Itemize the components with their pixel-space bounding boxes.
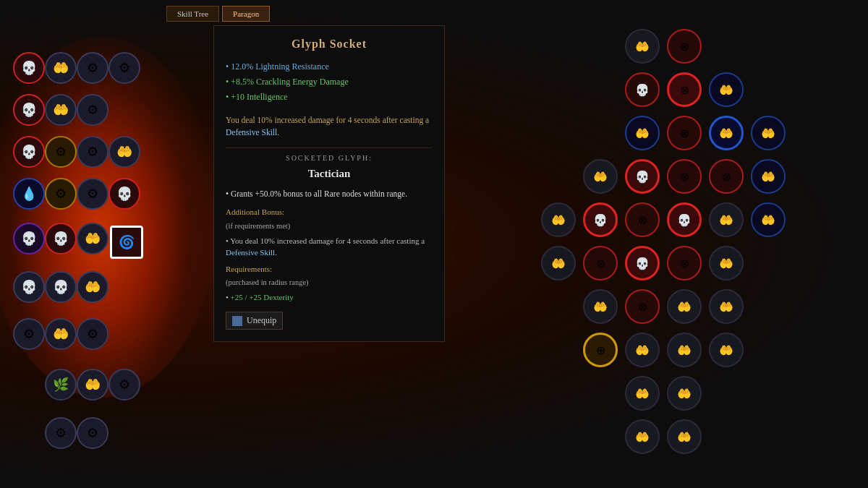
left-skill-tree: 💀 🤲 ⚙ ⚙ 💀 🤲 ⚙ 💀 ⚙ ⚙ 🤲 💧 ⚙ ⚙ 💀 💀 💀 🤲 🌀 💀 … xyxy=(0,0,217,488)
grid-node[interactable]: 🤲 xyxy=(625,29,660,64)
keyword-defensive-2: Defensive Skill xyxy=(226,248,275,257)
grid-node[interactable]: 🤲 xyxy=(709,246,744,281)
grid-node[interactable]: 🤲 xyxy=(625,333,660,367)
skill-node[interactable]: 💀 xyxy=(13,52,45,84)
skill-node[interactable]: ⚙ xyxy=(77,136,109,168)
skill-node[interactable]: 🤲 xyxy=(109,136,140,168)
tab-paragon[interactable]: Paragon xyxy=(222,6,270,22)
grid-node[interactable]: ⊗ xyxy=(667,246,702,281)
grid-node[interactable]: 🤲 xyxy=(667,376,702,411)
grid-node[interactable]: 🤲 xyxy=(709,333,744,367)
skill-node[interactable]: ⚙ xyxy=(45,417,77,449)
skill-node[interactable]: 💀 xyxy=(13,223,45,254)
skill-node[interactable]: ⚙ xyxy=(77,178,109,210)
skill-node[interactable]: ⚙ xyxy=(77,94,109,126)
stat-intelligence: • +10 Intelligence xyxy=(226,90,433,105)
right-skill-grid: 🤲 ⊗ 💀 ⊗ 🤲 🤲 ⊗ 🤲 🤲 🤲 💀 ⊗ ⊗ 🤲 🤲 xyxy=(492,22,868,468)
grid-node[interactable]: 🤲 xyxy=(709,72,744,107)
skill-node[interactable]: 💀 xyxy=(13,136,45,168)
grid-node[interactable]: 💀 xyxy=(667,202,702,237)
nav-tabs: Skill Tree Paragon xyxy=(166,6,270,22)
grid-node[interactable]: ⊗ xyxy=(667,29,702,64)
tooltip-title: Glyph Socket xyxy=(226,38,433,51)
tab-skill-tree[interactable]: Skill Tree xyxy=(166,6,219,22)
grid-node[interactable]: ⊗ xyxy=(625,289,660,324)
skill-node[interactable]: 💀 xyxy=(109,178,140,210)
right-skill-tree: 🤲 ⊗ 💀 ⊗ 🤲 🤲 ⊗ 🤲 🤲 🤲 💀 ⊗ ⊗ 🤲 🤲 xyxy=(492,22,868,477)
grid-node[interactable]: 🤲 xyxy=(625,116,660,150)
skill-node[interactable]: ⚙ xyxy=(109,369,140,401)
skill-node[interactable]: ⚙ xyxy=(109,52,140,84)
grid-node[interactable]: 🤲 xyxy=(709,202,744,237)
unequip-icon xyxy=(232,316,242,326)
skill-node[interactable]: 💀 xyxy=(45,223,77,254)
skill-node[interactable]: 🤲 xyxy=(45,318,77,350)
tooltip-panel: Glyph Socket • 12.0% Lightning Resistanc… xyxy=(213,25,445,342)
grid-node[interactable]: 🤲 xyxy=(667,289,702,324)
skill-node[interactable]: 🤲 xyxy=(45,52,77,84)
grid-node[interactable]: 🤲 xyxy=(751,202,786,237)
tooltip-stats: • 12.0% Lightning Resistance • +8.5% Cra… xyxy=(226,59,433,106)
grid-node[interactable]: 💀 xyxy=(625,72,660,107)
grid-node[interactable]: 🤲 xyxy=(751,159,786,194)
skill-node[interactable]: 🤲 xyxy=(77,271,109,303)
glyph-requirements: Requirements: (purchased in radius range… xyxy=(226,263,433,304)
grid-node[interactable]: ⊗ xyxy=(709,159,744,194)
grid-node[interactable]: ⊗ xyxy=(583,246,618,281)
skill-node[interactable]: 🌿 xyxy=(45,369,77,401)
skill-node[interactable]: ⚙ xyxy=(45,178,77,210)
stat-crackling: • +8.5% Crackling Energy Damage xyxy=(226,74,433,90)
grid-node[interactable]: 🤲 xyxy=(709,289,744,324)
grid-node[interactable]: ⊗ xyxy=(667,72,702,107)
skill-node[interactable]: 🤲 xyxy=(77,223,109,254)
grid-node[interactable]: 🤲 xyxy=(667,419,702,454)
glyph-name: Tactician xyxy=(226,168,433,180)
grid-node[interactable]: 🤲 xyxy=(667,333,702,367)
skill-node[interactable]: ⚙ xyxy=(77,52,109,84)
grid-node[interactable]: 💀 xyxy=(625,246,660,281)
grid-node[interactable]: ⊕ xyxy=(583,333,618,367)
grid-node[interactable]: 💀 xyxy=(583,202,618,237)
skill-node[interactable]: 💀 xyxy=(13,94,45,126)
grid-node[interactable]: 🤲 xyxy=(625,419,660,454)
skill-node[interactable]: 🤲 xyxy=(45,94,77,126)
grid-node[interactable]: 🤲 xyxy=(541,202,576,237)
skill-node[interactable]: 💀 xyxy=(13,271,45,303)
skill-node[interactable]: ⚙ xyxy=(13,318,45,350)
grid-node[interactable]: 🤲 xyxy=(583,289,618,324)
grid-node[interactable]: ⊗ xyxy=(625,202,660,237)
stat-lightning: • 12.0% Lightning Resistance xyxy=(226,59,433,74)
skill-node[interactable]: 🤲 xyxy=(77,369,109,401)
keyword-defensive: Defensive Skill xyxy=(226,128,277,137)
grid-node[interactable]: ⊗ xyxy=(667,159,702,194)
unequip-button[interactable]: Unequip xyxy=(226,312,283,330)
grid-node[interactable]: 🤲 xyxy=(583,159,618,194)
skill-node[interactable]: 💀 xyxy=(45,271,77,303)
grid-node[interactable]: 🤲 xyxy=(709,116,744,150)
glyph-additional: Additional Bonus: (if requirements met) … xyxy=(226,206,433,258)
grid-node[interactable]: 🤲 xyxy=(541,246,576,281)
skill-node[interactable]: ⚙ xyxy=(45,136,77,168)
glyph-bonus: • Grants +50.0% bonus to all Rare nodes … xyxy=(226,187,433,200)
grid-node[interactable]: 🤲 xyxy=(751,116,786,150)
tooltip-description: You deal 10% increased damage for 4 seco… xyxy=(226,114,433,140)
skill-node[interactable]: 💧 xyxy=(13,178,45,210)
grid-node[interactable]: 💀 xyxy=(625,159,660,194)
skill-node[interactable]: ⚙ xyxy=(77,417,109,449)
grid-node[interactable]: ⊗ xyxy=(667,116,702,150)
grid-node[interactable]: 🤲 xyxy=(625,376,660,411)
skill-node[interactable]: ⚙ xyxy=(77,318,109,350)
socketed-header: SOCKETED GLYPH: xyxy=(226,147,433,162)
selected-skill-node[interactable]: 🌀 xyxy=(110,226,143,259)
